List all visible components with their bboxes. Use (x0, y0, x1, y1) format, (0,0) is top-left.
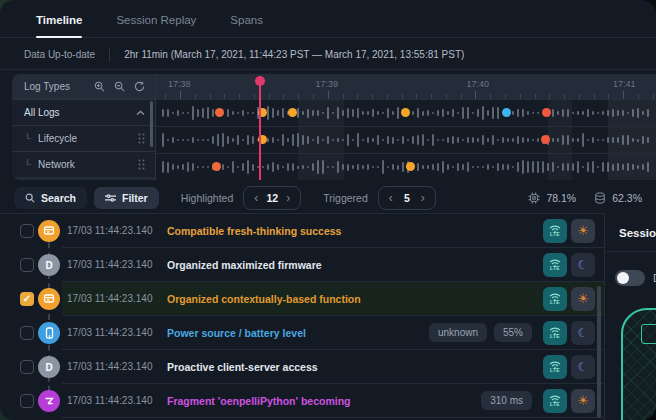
row-checkbox[interactable] (20, 258, 34, 272)
resource-metrics: 78.1% 62.3% (528, 192, 656, 204)
playhead[interactable] (259, 76, 261, 180)
log-types-scrollbar[interactable] (150, 101, 153, 147)
track-label-lifecycle[interactable]: └Lifecycle (12, 125, 155, 151)
row-timestamp: 17/03 11:44:23.140 (67, 259, 153, 270)
ruler-tick (328, 91, 329, 99)
network-lte-button[interactable]: LTE (543, 287, 567, 311)
row-message: Fragment 'oenpelliPython' becoming (167, 395, 481, 407)
log-toolbar: Search Filter Highlighted ‹ 12 › Trigger… (0, 182, 656, 213)
tab-spans[interactable]: Spans (230, 14, 263, 37)
moon-mode-button[interactable]: ☾ (571, 355, 595, 379)
network-lte-button[interactable]: LTE (543, 253, 567, 277)
data-status-label: Data Up-to-date (0, 49, 95, 60)
ruler-label: 17:38 (168, 79, 191, 89)
track-label-all-logs[interactable]: All Logs (12, 99, 155, 125)
moon-mode-button[interactable]: ☾ (571, 321, 595, 345)
event-dot[interactable] (212, 162, 221, 171)
cpu-value: 78.1% (546, 192, 576, 204)
debug-icon: D (38, 254, 60, 276)
log-row[interactable]: 17/03 11:44:23.140Power source / battery… (0, 316, 604, 350)
highlighted-stepper: ‹ 12 › (243, 186, 301, 210)
moon-mode-button[interactable]: ☾ (571, 253, 595, 277)
row-checkbox[interactable] (20, 360, 34, 374)
row-badge: 55% (494, 323, 532, 342)
debug-icon: D (38, 356, 60, 378)
log-row[interactable]: 17/03 11:44:23.140Fragment 'oenpelliPyth… (0, 384, 604, 418)
row-message: Compatible fresh-thinking success (167, 225, 539, 237)
triggered-label: Triggered (323, 192, 368, 204)
tab-timeline[interactable]: Timeline (36, 14, 82, 37)
triggered-prev-button[interactable]: ‹ (383, 191, 399, 205)
device-preview (621, 308, 656, 420)
divider (109, 47, 110, 62)
zoom-out-icon[interactable] (114, 81, 125, 92)
filter-button[interactable]: Filter (94, 187, 159, 209)
refresh-icon[interactable] (134, 81, 145, 92)
code-icon (38, 390, 60, 412)
row-badge: 310 ms (481, 391, 532, 410)
tree-branch-icon: └ (24, 159, 31, 170)
memory-value: 62.3% (612, 192, 642, 204)
cpu-icon (528, 192, 540, 204)
session-toggle[interactable] (615, 270, 645, 286)
sun-mode-button[interactable]: ☀ (571, 287, 595, 311)
network-lte-button[interactable]: LTE (543, 389, 567, 413)
highlighted-next-button[interactable]: › (280, 191, 296, 205)
row-timestamp: 17/03 11:44:23.140 (67, 361, 153, 372)
log-row[interactable]: 17/03 11:44:23.140Compatible fresh-think… (0, 214, 604, 248)
event-dot[interactable] (542, 108, 551, 117)
highlight-band (548, 100, 572, 126)
ruler-label: 17:40 (467, 79, 490, 89)
filter-icon (105, 193, 116, 203)
screen: Timeline Session Replay Spans Data Up-to… (0, 0, 656, 420)
event-dot[interactable] (406, 162, 415, 171)
session-panel: Session Da (604, 213, 656, 420)
ruler-tick (180, 91, 181, 99)
row-checkbox[interactable] (20, 326, 34, 340)
sun-mode-button[interactable]: ☀ (571, 389, 595, 413)
network-lte-button[interactable]: LTE (543, 321, 567, 345)
log-row[interactable]: ✓17/03 11:44:23.140Organized contextuall… (0, 282, 604, 316)
log-types-title: Log Types (24, 81, 85, 92)
row-checkbox[interactable] (20, 394, 34, 408)
network-lte-button[interactable]: LTE (543, 355, 567, 379)
row-message: Organized maximized firmware (167, 259, 539, 271)
database-icon (594, 192, 606, 204)
log-row[interactable]: D17/03 11:44:23.140Organized maximized f… (0, 248, 604, 282)
search-icon (25, 193, 35, 203)
track-label-text: Lifecycle (38, 133, 138, 144)
event-dot[interactable] (215, 108, 224, 117)
event-dot[interactable] (502, 108, 511, 117)
search-button[interactable]: Search (14, 187, 87, 209)
row-checkbox[interactable] (20, 224, 34, 238)
row-timestamp: 17/03 11:44:23.140 (67, 225, 153, 236)
event-dot[interactable] (541, 135, 550, 144)
tab-session-replay[interactable]: Session Replay (116, 14, 196, 37)
drag-handle-icon[interactable] (138, 159, 145, 170)
triggered-stepper: ‹ 5 › (378, 186, 436, 210)
log-list: 17/03 11:44:23.140Compatible fresh-think… (0, 213, 604, 420)
future-region (608, 154, 656, 180)
event-dot[interactable] (288, 108, 297, 117)
track-label-network[interactable]: └Network (12, 151, 155, 177)
billboard-icon (38, 288, 60, 310)
log-list-scrollbar[interactable] (597, 286, 601, 418)
track-label-list: All Logs└Lifecycle└Network (12, 99, 155, 177)
track-area: 17:3817:3917:4017:41 (155, 74, 656, 180)
row-badge: unknown (429, 323, 487, 342)
network-lte-button[interactable]: LTE (543, 219, 567, 243)
triggered-next-button[interactable]: › (415, 191, 431, 205)
zoom-in-icon[interactable] (94, 81, 105, 92)
log-row[interactable]: D17/03 11:44:23.140Proactive client-serv… (0, 350, 604, 384)
time-range-label: 2hr 11min (March 17, 2021, 11:44:23 PST … (124, 49, 464, 60)
highlighted-prev-button[interactable]: ‹ (248, 191, 264, 205)
session-panel-title: Session (605, 213, 656, 252)
chevron-up-icon[interactable] (136, 110, 145, 116)
billboard-icon (38, 220, 60, 242)
row-checkbox[interactable]: ✓ (20, 292, 34, 306)
row-message: Proactive client-server access (167, 361, 539, 373)
sun-mode-button[interactable]: ☀ (571, 219, 595, 243)
waveform-track-lifecycle[interactable] (156, 126, 656, 153)
event-dot[interactable] (401, 108, 410, 117)
drag-handle-icon[interactable] (138, 133, 145, 144)
